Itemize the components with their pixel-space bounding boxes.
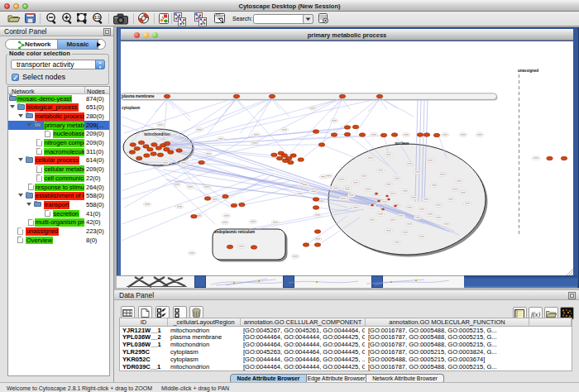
svg-text:cytoplasm: cytoplasm [122,106,140,110]
svg-text:plasma membrane: plasma membrane [122,94,155,98]
svg-text:endoplasmic reticulum: endoplasmic reticulum [214,230,255,234]
svg-text:unassigned: unassigned [518,69,538,73]
svg-text:nucleus: nucleus [395,141,409,146]
svg-text:Search:: Search: [232,16,252,22]
svg-text:1:1: 1:1 [94,15,100,20]
